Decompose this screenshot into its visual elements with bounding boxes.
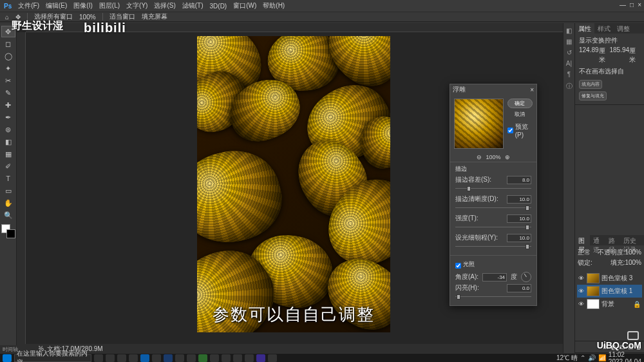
para-icon[interactable]: ¶ <box>567 71 571 78</box>
start-button[interactable] <box>3 354 12 362</box>
tray-icon[interactable]: ⌃ <box>580 354 585 361</box>
menu-select[interactable]: 选择(S) <box>154 1 175 10</box>
heal-button[interactable]: 修复与填充 <box>579 91 607 100</box>
home-icon[interactable]: ⌂ <box>5 14 9 21</box>
tray-icon[interactable]: 🔊 <box>588 354 596 361</box>
zoom-in-icon[interactable]: ⊕ <box>505 154 510 160</box>
tab-paths[interactable]: 路径 <box>605 235 620 245</box>
layer-item[interactable]: 👁背景🔒 <box>577 298 642 310</box>
menu-3d[interactable]: 3D(D) <box>210 3 227 10</box>
opt-fit[interactable]: 适当窗口 <box>109 12 135 21</box>
menu-file[interactable]: 文件(F) <box>18 1 39 10</box>
zoom-out-icon[interactable]: ⊖ <box>477 154 482 160</box>
fill-button[interactable]: 填充内容 <box>579 80 602 89</box>
marquee-tool[interactable]: ◻ <box>1 38 15 50</box>
color-icon[interactable]: ◧ <box>566 27 572 34</box>
tb-app[interactable] <box>256 354 265 362</box>
tb-app[interactable] <box>187 354 196 362</box>
tolerance-slider[interactable] <box>455 186 531 192</box>
swatches-icon[interactable]: ▦ <box>566 38 572 45</box>
pen-tool[interactable]: ✐ <box>1 160 15 172</box>
tb-app[interactable] <box>129 354 138 362</box>
tb-app[interactable] <box>164 354 173 362</box>
preview-checkbox[interactable]: 预览(P) <box>507 122 533 138</box>
win-close[interactable]: × <box>638 1 641 8</box>
stamp-tool[interactable]: ⊛ <box>1 124 15 135</box>
weather[interactable]: 12℃ 晴 <box>556 354 578 363</box>
visibility-icon[interactable]: 👁 <box>578 288 585 294</box>
tb-app[interactable] <box>94 354 103 362</box>
char-icon[interactable]: A| <box>566 60 572 67</box>
angle-input[interactable] <box>482 273 507 281</box>
light-checkbox[interactable]: 光照 <box>455 260 531 271</box>
cancel-button[interactable]: 取消 <box>507 111 533 118</box>
visibility-icon[interactable]: 👁 <box>578 275 585 281</box>
opt-fill[interactable]: 填充屏幕 <box>142 12 167 21</box>
visibility-icon[interactable]: 👁 <box>578 301 585 307</box>
wand-tool[interactable]: ✦ <box>1 62 15 74</box>
clarity-slider[interactable] <box>455 205 531 211</box>
angle-dial[interactable] <box>521 272 531 282</box>
channel-logo: 野生设计湿 <box>12 19 63 33</box>
tb-app[interactable] <box>198 354 207 362</box>
tb-app[interactable] <box>245 354 254 362</box>
win-min[interactable]: — <box>620 1 626 8</box>
zoom-tool[interactable]: 🔍 <box>1 209 15 221</box>
menu-layer[interactable]: 图层(L) <box>99 1 120 10</box>
menu-filter[interactable]: 滤镜(T) <box>182 1 204 10</box>
dialog-close[interactable]: × <box>530 86 534 93</box>
detail-slider[interactable] <box>455 243 531 250</box>
tb-app[interactable] <box>152 354 161 362</box>
tb-app[interactable] <box>117 354 126 362</box>
type-tool[interactable]: T <box>1 173 15 184</box>
menu-window[interactable]: 窗口(W) <box>233 1 256 10</box>
clarity-input[interactable] <box>507 195 531 204</box>
tab-styles[interactable]: 样式 <box>594 23 614 33</box>
heal-tool[interactable]: ✚ <box>1 99 15 111</box>
menu-edit[interactable]: 编辑(E) <box>46 1 67 10</box>
detail-input[interactable] <box>507 234 531 242</box>
strength-slider[interactable] <box>455 224 531 231</box>
hand-tool[interactable]: ✋ <box>1 197 15 209</box>
preview-zoom: 100% <box>486 154 500 160</box>
tab-layers[interactable]: 图层 <box>575 235 590 245</box>
info-icon[interactable]: ⓘ <box>566 82 573 91</box>
tb-app[interactable] <box>222 354 231 362</box>
menu-image[interactable]: 图像(I) <box>73 1 92 10</box>
tolerance-input[interactable] <box>507 176 531 184</box>
document-canvas[interactable]: 参数可以自自己调整 <box>197 36 390 332</box>
tb-app[interactable] <box>140 354 149 362</box>
win-max[interactable]: □ <box>630 1 634 8</box>
shine-slider[interactable] <box>455 294 531 300</box>
brush-tool[interactable]: ✒ <box>1 111 15 123</box>
layer-item[interactable]: 👁图色堂核 1 <box>577 285 642 298</box>
crop-tool[interactable]: ✂ <box>1 75 15 86</box>
eraser-tool[interactable]: ◧ <box>1 136 15 148</box>
tb-app[interactable] <box>268 354 277 362</box>
tb-app[interactable] <box>233 354 242 362</box>
tb-app[interactable] <box>175 354 184 362</box>
color-swatch[interactable] <box>1 224 15 238</box>
gradient-tool[interactable]: ▦ <box>1 148 15 160</box>
history-icon[interactable]: ↺ <box>567 49 572 56</box>
dialog-titlebar[interactable]: 浮雕 × <box>450 84 536 95</box>
ok-button[interactable]: 确定 <box>507 99 533 108</box>
layer-item[interactable]: 👁图色堂核 3 <box>577 272 642 285</box>
tb-app[interactable] <box>106 354 115 362</box>
tray-icon[interactable]: 📶 <box>598 354 606 361</box>
clock[interactable]: 11:022022-04-04 <box>609 351 641 363</box>
shine-input[interactable] <box>507 284 531 292</box>
opt-zoom[interactable]: 100% <box>79 14 96 21</box>
shape-tool[interactable]: ▭ <box>1 185 15 196</box>
tab-adjust[interactable]: 调整 <box>614 23 633 33</box>
tab-channels[interactable]: 通道 <box>590 235 605 245</box>
tb-app[interactable] <box>210 354 219 362</box>
taskbar-search[interactable]: 在这里输入你要搜索的内容 <box>14 354 91 362</box>
tab-properties[interactable]: 属性 <box>575 23 594 33</box>
tab-history[interactable]: 历史记录 <box>620 235 644 245</box>
lasso-tool[interactable]: ◯ <box>1 50 15 62</box>
menu-help[interactable]: 帮助(H) <box>263 1 285 10</box>
menu-type[interactable]: 文字(Y) <box>126 1 147 10</box>
eyedrop-tool[interactable]: ✎ <box>1 87 15 99</box>
strength-input[interactable] <box>507 214 531 223</box>
